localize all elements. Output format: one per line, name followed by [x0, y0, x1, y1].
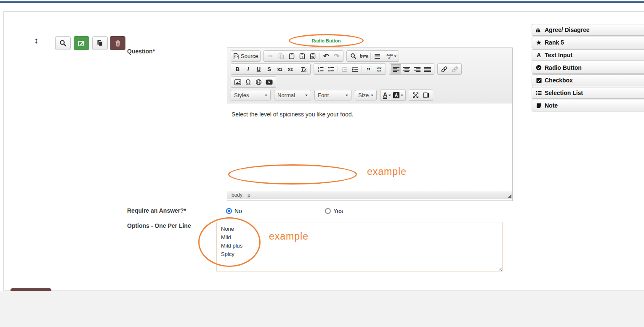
copy-icon	[96, 40, 104, 47]
list-icon	[536, 90, 542, 96]
sidebar-item-agree-disagree[interactable]: Agree/ Disagree	[532, 24, 644, 36]
editor-content-area[interactable]: Select the level of spiciness you like y…	[227, 103, 512, 191]
svg-text:2: 2	[318, 70, 319, 72]
svg-text:1: 1	[318, 66, 319, 69]
require-answer-yes[interactable]: Yes	[325, 208, 343, 214]
edit-pencil-icon	[78, 40, 85, 47]
chevron-down-icon	[394, 55, 397, 57]
subscript-icon[interactable]: x2	[274, 64, 285, 74]
paste-from-word-icon[interactable]: W	[307, 51, 318, 61]
sidebar-item-label: Checkbox	[545, 77, 573, 84]
strikethrough-icon[interactable]: S	[264, 64, 274, 74]
remove-format-icon[interactable]: Tx	[298, 64, 309, 74]
paste-plain-text-icon[interactable]: T	[297, 51, 307, 61]
styles-combo-label: Styles	[234, 92, 249, 98]
sidebar-item-rank5[interactable]: ★ Rank 5	[532, 37, 644, 48]
options-label: Options - One Per Line	[127, 222, 191, 229]
require-answer-no[interactable]: No	[226, 208, 242, 214]
radio-no[interactable]	[226, 208, 232, 214]
editor-toolbar: Source ✂ T W	[227, 48, 512, 103]
styles-combo[interactable]: Styles	[231, 90, 271, 100]
numbered-list-icon[interactable]: 12	[315, 64, 326, 74]
radio-no-label: No	[234, 208, 242, 214]
top-accent-bar	[0, 1, 644, 3]
copy-button[interactable]	[92, 36, 108, 50]
require-answer-label: Require an Answer?*	[127, 207, 186, 214]
indent-icon[interactable]	[350, 64, 360, 74]
unlink-icon[interactable]	[450, 64, 460, 74]
question-type-label: Radio Button	[311, 38, 341, 43]
svg-text:W: W	[311, 55, 314, 58]
undo-icon[interactable]: ↶	[321, 51, 331, 61]
letter-a-icon: A	[536, 52, 542, 58]
text-color-icon[interactable]: A	[382, 90, 392, 100]
show-blocks-icon[interactable]	[421, 90, 431, 100]
paste-icon[interactable]	[286, 51, 297, 61]
sidebar-item-checkbox[interactable]: Checkbox	[532, 74, 644, 86]
element-path-body[interactable]: body	[232, 192, 242, 198]
example-annotation-1: example	[367, 166, 407, 177]
edit-button[interactable]	[74, 36, 89, 50]
sidebar-item-label: Rank 5	[545, 39, 564, 46]
background-color-icon[interactable]: A	[392, 90, 404, 100]
paragraph-format-combo[interactable]: Normal	[274, 90, 311, 100]
delete-button[interactable]	[110, 36, 125, 50]
image-icon[interactable]	[232, 77, 243, 87]
align-left-icon[interactable]	[391, 64, 401, 74]
question-text: Select the level of spiciness you like y…	[232, 111, 354, 118]
superscript-icon[interactable]: x2	[285, 64, 295, 74]
align-center-icon[interactable]	[401, 64, 412, 74]
select-all-icon[interactable]	[372, 51, 383, 61]
example-annotation-2: example	[269, 231, 309, 242]
chevron-down-icon	[401, 95, 403, 96]
italic-icon[interactable]: I	[243, 64, 253, 74]
sidebar-item-note[interactable]: Note	[532, 100, 644, 111]
bulleted-list-icon[interactable]	[326, 64, 336, 74]
radio-yes[interactable]	[325, 208, 331, 214]
special-character-icon[interactable]: Ω	[243, 77, 253, 87]
font-combo-label: Font	[318, 92, 329, 98]
youtube-icon[interactable]	[264, 77, 274, 87]
maximize-icon[interactable]	[410, 90, 421, 100]
sidebar-item-radio-button[interactable]: Radio Button	[532, 62, 644, 74]
format-combo-label: Normal	[277, 92, 295, 98]
check-square-icon	[536, 78, 542, 83]
size-combo[interactable]: Size	[355, 90, 377, 100]
rich-text-editor: Source ✂ T W	[227, 47, 513, 201]
underline-icon[interactable]: U	[253, 64, 264, 74]
find-icon[interactable]	[348, 51, 359, 61]
question-type-sidebar: Agree/ Disagree ★ Rank 5 A Text Input Ra…	[532, 24, 644, 112]
footer-bar: Save Changes	[0, 291, 644, 327]
check-circle-icon	[536, 65, 542, 71]
sidebar-item-text-input[interactable]: A Text Input	[532, 49, 644, 61]
copy-doc-icon[interactable]	[276, 51, 286, 61]
outdent-icon[interactable]	[339, 64, 350, 74]
star-icon: ★	[536, 39, 542, 46]
align-right-icon[interactable]	[412, 64, 422, 74]
font-combo[interactable]: Font	[314, 90, 351, 100]
spell-check-icon[interactable]: ABC✓	[386, 51, 397, 61]
justify-icon[interactable]	[422, 64, 433, 74]
element-path-p[interactable]: p	[247, 192, 250, 198]
sidebar-item-selection-list[interactable]: Selection List	[532, 87, 644, 99]
search-button[interactable]	[55, 36, 71, 50]
replace-icon[interactable]: b⇄a	[359, 51, 369, 61]
redo-icon[interactable]: ↷	[331, 51, 342, 61]
question-label: Question*	[127, 48, 155, 55]
link-icon[interactable]	[439, 64, 450, 74]
source-button[interactable]: Source	[232, 51, 259, 61]
options-textarea[interactable]: None Mild Mild plus Spicy	[216, 222, 503, 272]
bold-icon[interactable]: B	[232, 64, 243, 74]
trash-icon	[114, 40, 121, 47]
iframe-globe-icon[interactable]	[253, 77, 264, 87]
blockquote-icon[interactable]: ”	[363, 64, 374, 74]
cut-icon[interactable]: ✂	[265, 51, 276, 61]
editor-resize-handle[interactable]	[508, 194, 511, 198]
note-icon	[536, 103, 542, 108]
div-container-icon[interactable]: DIV</>	[374, 64, 384, 74]
svg-text:T: T	[301, 55, 303, 58]
editor-status-bar: body p	[227, 191, 512, 199]
drag-handle-icon[interactable]: ↕	[34, 36, 38, 45]
sidebar-item-label: Radio Button	[545, 64, 582, 71]
sidebar-item-label: Note	[545, 102, 558, 109]
